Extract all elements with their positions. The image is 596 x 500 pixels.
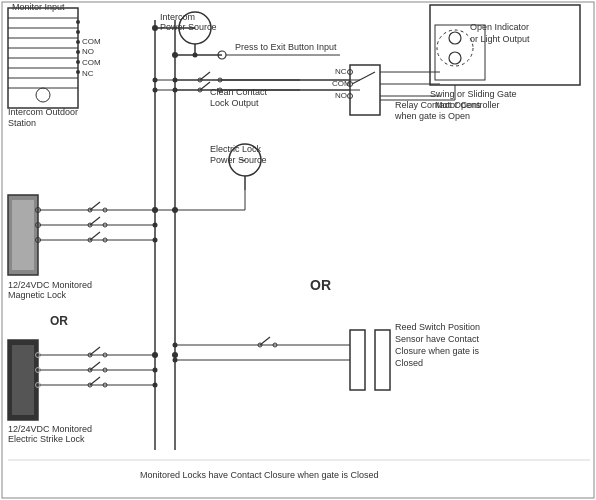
svg-text:Press to Exit Button Input: Press to Exit Button Input — [235, 42, 337, 52]
svg-text:OR: OR — [310, 277, 331, 293]
svg-point-37 — [152, 25, 158, 31]
svg-line-111 — [352, 72, 375, 84]
svg-point-91 — [153, 368, 158, 373]
svg-text:Power Source: Power Source — [160, 22, 217, 32]
svg-point-120 — [437, 30, 473, 66]
svg-point-92 — [153, 383, 158, 388]
svg-text:Closure when gate is: Closure when gate is — [395, 346, 480, 356]
svg-rect-60 — [12, 200, 34, 270]
svg-point-119 — [449, 52, 461, 64]
svg-text:Monitor Input: Monitor Input — [12, 2, 65, 12]
svg-point-13 — [76, 30, 80, 34]
svg-point-15 — [76, 50, 80, 54]
svg-point-14 — [76, 40, 80, 44]
svg-point-150 — [173, 88, 178, 93]
svg-text:NC: NC — [82, 69, 94, 78]
svg-text:Power Source: Power Source — [210, 155, 267, 165]
svg-point-145 — [152, 352, 158, 358]
svg-rect-128 — [350, 330, 365, 390]
svg-text:12/24VDC Monitored: 12/24VDC Monitored — [8, 280, 92, 290]
svg-point-146 — [172, 352, 178, 358]
svg-text:Swing or Sliding Gate: Swing or Sliding Gate — [430, 89, 517, 99]
wiring-diagram: Monitor Input COM NO COM NC Intercom Out… — [0, 0, 596, 500]
svg-text:Station: Station — [8, 118, 36, 128]
svg-point-39 — [172, 52, 178, 58]
svg-text:or Light Output: or Light Output — [470, 34, 530, 44]
svg-text:12/24VDC Monitored: 12/24VDC Monitored — [8, 424, 92, 434]
svg-point-16 — [76, 60, 80, 64]
svg-point-43 — [153, 78, 158, 83]
svg-point-118 — [449, 32, 461, 44]
svg-point-45 — [153, 88, 158, 93]
svg-text:Monitored Locks have Contact C: Monitored Locks have Contact Closure whe… — [140, 470, 379, 480]
svg-text:Lock Output: Lock Output — [210, 98, 259, 108]
svg-point-10 — [36, 88, 50, 102]
svg-text:Sensor have Contact: Sensor have Contact — [395, 334, 480, 344]
svg-text:Reed Switch Position: Reed Switch Position — [395, 322, 480, 332]
svg-text:Magnetic Lock: Magnetic Lock — [8, 290, 67, 300]
svg-point-68 — [153, 223, 158, 228]
svg-text:COM: COM — [82, 37, 101, 46]
svg-point-12 — [76, 20, 80, 24]
svg-point-133 — [173, 358, 178, 363]
svg-text:NO: NO — [335, 91, 347, 100]
svg-point-69 — [153, 238, 158, 243]
svg-rect-83 — [12, 345, 34, 415]
svg-text:Motor Controller: Motor Controller — [435, 100, 500, 110]
svg-point-149 — [173, 78, 178, 83]
svg-text:Open Indicator: Open Indicator — [470, 22, 529, 32]
svg-rect-129 — [375, 330, 390, 390]
svg-text:NO: NO — [82, 47, 94, 56]
svg-text:when gate is Open: when gate is Open — [394, 111, 470, 121]
svg-text:OR: OR — [50, 314, 68, 328]
svg-text:Closed: Closed — [395, 358, 423, 368]
svg-text:Intercom Outdoor: Intercom Outdoor — [8, 107, 78, 117]
svg-point-132 — [173, 343, 178, 348]
svg-point-17 — [76, 70, 80, 74]
svg-text:COM: COM — [82, 58, 101, 67]
svg-text:Electric Lock: Electric Lock — [210, 144, 262, 154]
svg-text:Intercom: Intercom — [160, 12, 195, 22]
svg-text:Electric Strike Lock: Electric Strike Lock — [8, 434, 85, 444]
svg-text:NC: NC — [335, 67, 347, 76]
